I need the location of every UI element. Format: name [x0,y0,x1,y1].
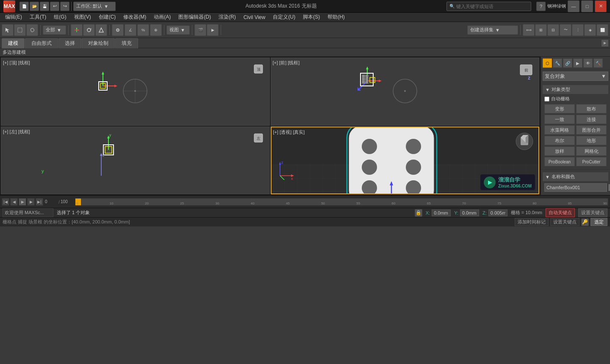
blobmesh-btn[interactable]: 水藻网格 [544,125,575,135]
menu-render[interactable]: 渲染(R) [215,13,239,22]
coord-z-input[interactable] [488,210,507,216]
color-swatch[interactable] [609,184,610,191]
percent-snap-btn[interactable]: % [137,24,149,36]
viewport-front[interactable]: [+] [前] [线框] [271,58,540,126]
menu-modifier[interactable]: 修改器(M) [120,13,150,22]
menu-view[interactable]: 视图(V) [71,13,94,22]
play-btn[interactable]: ▶ [19,198,26,206]
redo-btn[interactable]: ↪ [60,2,69,11]
auto-grid-checkbox[interactable] [544,97,549,102]
timeline-track[interactable]: 0 10 20 25 30 40 45 50 55 60 65 70 75 80… [75,198,608,206]
angle-snap-btn[interactable]: ∠ [125,24,136,36]
snap-toggle-btn[interactable] [112,24,124,36]
lasso-select-btn[interactable] [26,24,38,36]
menu-customize[interactable]: 自定义(U) [269,13,299,22]
conform-btn[interactable]: 一致 [544,115,575,124]
scatter-btn[interactable]: 散布 [576,104,607,113]
workspace-dropdown[interactable]: 工作区: 默认 ▼ [73,2,116,11]
menu-help[interactable]: 帮助(H) [324,13,348,22]
view-dropdown[interactable]: 视图▼ [166,25,190,35]
maximize-btn[interactable]: □ [581,0,593,12]
panel-display-btn[interactable]: 👁 [583,58,593,68]
new-file-btn[interactable]: 📄 [19,2,29,11]
filter-dropdown[interactable]: 全部▼ [43,25,66,35]
select-move-btn[interactable] [71,24,83,36]
select-region-btn[interactable] [14,24,26,36]
key-next-btn[interactable]: ▶| [36,198,43,206]
coord-y-input[interactable] [460,210,479,216]
set-key-btn2[interactable]: 设置关键点 [550,218,580,226]
schematic-btn[interactable]: ⋮ [572,24,584,36]
menu-edit[interactable]: 编辑(E) [2,13,25,22]
procutter-btn[interactable]: ProCutter [576,157,607,166]
menu-group[interactable]: 组(G) [50,13,69,22]
coord-x-input[interactable] [432,210,451,216]
set-key-btn[interactable]: 设置关键点 [578,208,607,217]
object-name-input[interactable] [544,183,607,192]
minimize-btn[interactable]: — [568,0,580,12]
lock-icon[interactable]: 🔒 [415,209,422,217]
save-file-btn[interactable]: 💾 [40,2,49,11]
help-icon[interactable]: ? [536,2,546,11]
prev-frame-btn[interactable]: ◀ [10,198,18,206]
spinner-snap-btn[interactable]: ⊕ [150,24,162,36]
panel-create-btn[interactable]: ⬡ [543,58,552,68]
panel-modify-btn[interactable]: 🔧 [553,58,562,68]
render-setup-btn[interactable]: 🎬 [194,24,206,36]
layer-btn[interactable]: ⊟ [547,24,559,36]
menu-animation[interactable]: 动画(A) [150,13,174,22]
select-mode-btn[interactable]: 选定 [591,218,607,226]
key-prev-btn[interactable]: |◀ [2,198,9,206]
mesher-btn[interactable]: 网格化 [576,146,607,156]
next-frame-btn[interactable]: ▶ [27,198,35,206]
menu-graph-editor[interactable]: 图形编辑器(D) [175,13,214,22]
select-rotate-btn[interactable] [83,24,95,36]
quick-render-btn[interactable]: ▶ [207,24,219,36]
panel-utilities-btn[interactable]: 🔨 [593,58,603,68]
key-lock-icon[interactable]: 🔑 [581,218,589,226]
curve-editor-btn[interactable]: 〜 [560,24,571,36]
material-editor-btn[interactable]: ◈ [584,24,596,36]
shapemrg-btn[interactable]: 图形合并 [576,125,607,135]
tab-arrow[interactable]: ▶ [602,40,608,47]
terrain-btn[interactable]: 地形 [576,136,607,145]
menu-create[interactable]: 创建(C) [95,13,119,22]
menu-civil-view[interactable]: Civil View [240,14,269,21]
add-time-btn[interactable]: 添加时间标记 [515,218,549,226]
tab-populate[interactable]: 填充 [115,38,138,48]
tab-selection[interactable]: 选择 [58,38,81,48]
named-selection[interactable]: 创建选择集▼ [467,25,518,35]
loft-btn[interactable]: 放样 [544,146,575,156]
boolean-btn[interactable]: 布尔 [544,136,575,145]
select-scale-btn[interactable] [95,24,107,36]
tab-object-paint[interactable]: 对象绘制 [82,38,115,48]
tab-freeform[interactable]: 自由形式 [25,38,58,48]
panel-type-dropdown[interactable]: 复合对象 ▼ [543,72,608,81]
nav-cube-left[interactable]: 左 [251,130,266,146]
panel-object-type-header[interactable]: ▼ 对象类型 [543,85,608,94]
viewport-top[interactable]: [+] [顶] [线框] [1,58,270,126]
panel-hierarchy-btn[interactable]: 🔗 [563,58,572,68]
nav-cube-front[interactable]: 前 [517,61,535,81]
render-frame-btn[interactable]: ⬜ [596,24,608,36]
mirror-btn[interactable]: ⟺ [523,24,535,36]
proboolean-btn[interactable]: ProBoolean [544,157,575,166]
menu-tools[interactable]: 工具(T) [26,13,50,22]
auto-key-btn[interactable]: 自动关键点 [546,208,575,217]
tab-modeling[interactable]: 建模 [2,38,25,48]
open-file-btn[interactable]: 📂 [30,2,39,11]
menu-script[interactable]: 脚本(S) [299,13,323,22]
panel-motion-btn[interactable]: ▶ [573,58,582,68]
viewport-perspective[interactable]: [+] [透视] [真实] [271,127,540,195]
search-input[interactable] [456,4,528,9]
morph-btn[interactable]: 变形 [544,104,575,113]
select-object-btn[interactable] [2,24,14,36]
panel-name-color-header[interactable]: ▼ 名称和颜色 [543,172,608,181]
close-btn[interactable]: ✕ [595,0,607,12]
undo-btn[interactable]: ↩ [50,2,59,11]
connect-btn[interactable]: 连接 [576,115,607,124]
nav-gizmo-persp[interactable] [514,131,535,153]
align-btn[interactable]: ⊞ [535,24,547,36]
viewport-left[interactable]: [+] [左] [线框] y z [1,127,270,195]
nav-cube-top[interactable]: 顶 [251,61,266,77]
